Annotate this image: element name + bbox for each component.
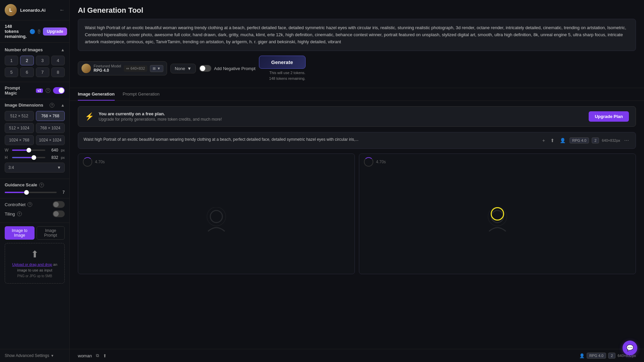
bottom-count-badge: 2 xyxy=(608,353,615,359)
upload-file-hint: PNG or JPG up to 5MB xyxy=(8,274,61,278)
gen-more-icon[interactable]: ⋯ xyxy=(623,136,630,144)
controlnet-label: ControlNet xyxy=(5,202,25,207)
prompt-magic-info-icon[interactable]: ? xyxy=(46,88,50,93)
num-btn-6[interactable]: 6 xyxy=(20,67,34,77)
tiling-info-icon[interactable]: ? xyxy=(17,212,22,216)
neg-prompt-toggle[interactable] xyxy=(199,65,211,72)
num-images-grid-2: 5 6 7 8 xyxy=(5,67,65,77)
token-info-icon[interactable]: ? xyxy=(38,29,40,34)
i2i-tab-prompt[interactable]: Image Prompt xyxy=(37,226,65,240)
dim-btn-512x512[interactable]: 512 × 512 xyxy=(5,111,34,121)
num-btn-7[interactable]: 7 xyxy=(36,67,49,77)
generate-button[interactable]: Generate xyxy=(259,56,306,69)
prompt-magic-toggle[interactable] xyxy=(53,87,65,94)
card1-spinner xyxy=(83,157,92,167)
token-bar: 148 tokens remaining. 🔵 ? Upgrade xyxy=(0,20,69,43)
banner-title: You are currently on a free plan. xyxy=(99,111,584,116)
card1-header: 4.70s xyxy=(83,157,105,167)
width-label: W xyxy=(5,148,9,153)
guidance-slider-thumb[interactable] xyxy=(24,190,29,195)
sidebar-footer: Show Advanced Settings ▾ xyxy=(0,349,69,362)
upgrade-plan-button[interactable]: Upgrade Plan xyxy=(589,111,629,122)
bottom-bar: woman ⧉ ⬆ 👤 RPG 4.0 2 640×832px xyxy=(70,349,644,362)
neg-prompt-row: Add Negative Prompt xyxy=(199,65,256,72)
gen-rpg-badge: RPG 4.0 xyxy=(570,137,589,143)
gen-count-badge: 2 xyxy=(592,137,599,143)
width-slider-thumb[interactable] xyxy=(26,148,31,153)
upload-area[interactable]: ⬆ Upload or drag and drop an image to us… xyxy=(5,243,65,284)
sidebar-collapse-icon[interactable]: ← xyxy=(59,7,65,13)
dim-preset-grid: 512 × 512 768 × 768 512 × 1024 768 × 102… xyxy=(5,111,65,145)
prompt-magic-label: Prompt Magic xyxy=(5,85,33,96)
num-btn-4[interactable]: 4 xyxy=(51,56,65,65)
controlnet-toggle[interactable] xyxy=(53,201,65,208)
num-images-title: Number of Images xyxy=(5,47,43,52)
guidance-info-icon[interactable]: ? xyxy=(39,183,44,187)
dim-btn-1024x1024[interactable]: 1024 × 1024 xyxy=(36,135,65,145)
sidebar-header: L Leonardo.Ai ← xyxy=(0,0,69,20)
main-header: AI Generation Tool Waist high Portrait o… xyxy=(70,0,644,88)
image-dimensions-title: Image Dimensions xyxy=(5,103,43,108)
upload-icon: ⬆ xyxy=(8,249,61,260)
model-avatar xyxy=(82,64,91,73)
aspect-ratio-chevron: ▼ xyxy=(57,165,61,170)
banner-subtitle: Upgrade for priority generations, more t… xyxy=(99,117,584,122)
tab-image-generation[interactable]: Image Generation xyxy=(78,88,115,101)
dim-btn-768x768[interactable]: 768 × 768 xyxy=(36,111,65,121)
username-label: Leonardo.Ai xyxy=(20,8,46,13)
tiling-toggle[interactable] xyxy=(53,210,65,217)
guidance-slider[interactable] xyxy=(5,192,57,193)
image-dimensions-header: Image Dimensions ? ▲ xyxy=(5,103,65,108)
controlnet-row: ControlNet ? xyxy=(5,201,65,208)
bottom-model-icon: 👤 xyxy=(579,353,585,358)
num-images-chevron[interactable]: ▲ xyxy=(61,48,65,52)
advanced-settings-label: Show Advanced Settings xyxy=(5,353,49,358)
aspect-ratio-select[interactable]: 3:4 ▼ xyxy=(5,163,65,173)
bottom-upload-icon[interactable]: ⬆ xyxy=(103,353,107,358)
none-label: None xyxy=(175,66,185,71)
main-area: AI Generation Tool Waist high Portrait o… xyxy=(70,0,644,362)
advanced-settings-chevron: ▾ xyxy=(51,353,53,358)
dim-btn-1024x768[interactable]: 1024 × 768 xyxy=(5,135,34,145)
tab-prompt-generation[interactable]: Prompt Generation xyxy=(123,88,160,101)
height-label: H xyxy=(5,155,9,160)
height-slider[interactable] xyxy=(12,157,45,158)
gen-upload-icon[interactable]: ⬆ xyxy=(549,136,556,144)
upload-link[interactable]: Upload or drag and drop xyxy=(12,262,52,266)
controlnet-info-icon[interactable]: ? xyxy=(28,202,32,207)
height-slider-thumb[interactable] xyxy=(32,155,36,160)
num-btn-5[interactable]: 5 xyxy=(5,67,18,77)
width-slider[interactable] xyxy=(12,149,45,151)
cursor-ring xyxy=(491,207,504,221)
i2i-tab-image[interactable]: Image to Image xyxy=(5,226,35,240)
image-dimensions-section: Image Dimensions ? ▲ 512 × 512 768 × 768… xyxy=(0,99,69,179)
image-dimensions-chevron[interactable]: ▲ xyxy=(61,103,65,108)
gen-model-icon[interactable]: 👤 xyxy=(558,136,567,144)
gen-add-icon[interactable]: + xyxy=(541,136,546,144)
image-dimensions-info-icon[interactable]: ? xyxy=(50,103,54,108)
generate-wrapper: Generate This will use 2 tokens. 148 tok… xyxy=(259,56,306,81)
dim-btn-768x1024[interactable]: 768 × 1024 xyxy=(36,123,65,133)
advanced-settings-button[interactable]: Show Advanced Settings ▾ xyxy=(5,353,53,358)
dim-btn-512x1024[interactable]: 512 × 1024 xyxy=(5,123,34,133)
chat-bubble[interactable]: 💬 xyxy=(623,341,637,355)
upgrade-button[interactable]: Upgrade xyxy=(43,27,67,36)
none-select[interactable]: None ▼ xyxy=(170,64,196,73)
size-badge[interactable]: ⊞ ▼ xyxy=(150,65,163,72)
generate-info: This will use 2 tokens. 148 tokens remai… xyxy=(269,70,305,81)
tiling-row: Tiling ? xyxy=(5,210,65,217)
card1-timer: 4.70s xyxy=(95,160,105,164)
model-selector[interactable]: Finetuned Model RPG 4.0 ⇔ 640×832 ⊞ ▼ xyxy=(78,61,167,75)
controlnet-tiling-section: ControlNet ? Tiling ? xyxy=(0,198,69,223)
height-slider-fill xyxy=(12,157,34,158)
num-btn-2[interactable]: 2 xyxy=(20,56,34,65)
num-btn-8[interactable]: 8 xyxy=(51,67,65,77)
width-unit: px xyxy=(61,148,65,152)
generation-prompt: Waist high Portrait of an exotic beautif… xyxy=(84,136,537,142)
num-btn-1[interactable]: 1 xyxy=(5,56,18,65)
num-btn-3[interactable]: 3 xyxy=(36,56,49,65)
prompt-text-box[interactable]: Waist high Portrait of an exotic beautif… xyxy=(78,19,636,51)
avatar: L xyxy=(5,4,17,16)
bottom-copy-icon[interactable]: ⧉ xyxy=(96,353,99,358)
bottom-rpg-badge: RPG 4.0 xyxy=(587,353,606,359)
